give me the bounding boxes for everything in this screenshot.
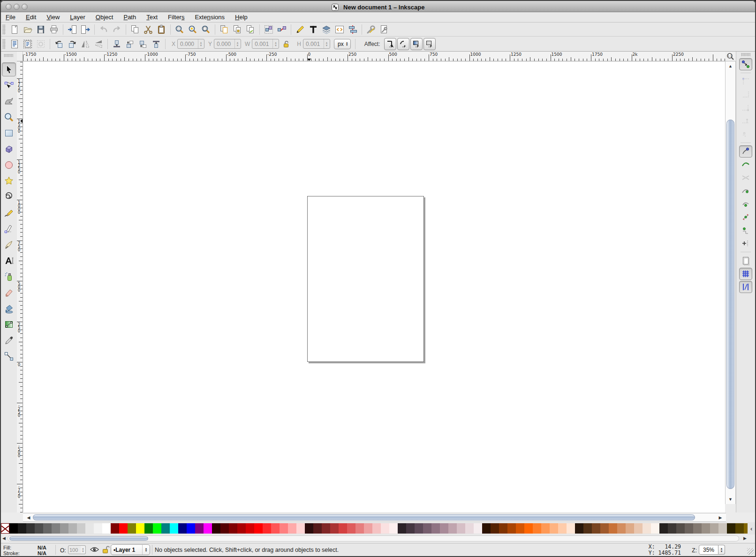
tool-3d-box[interactable] xyxy=(2,142,16,156)
palette-swatch-12[interactable] xyxy=(111,523,119,534)
resize-grip[interactable] xyxy=(747,548,754,555)
palette-swatch-71[interactable] xyxy=(609,523,617,534)
palette-swatch-79[interactable] xyxy=(676,523,685,534)
scale-stroke-toggle[interactable] xyxy=(384,38,396,50)
text-and-font-button[interactable] xyxy=(307,23,319,36)
title-bar[interactable]: New document 1 – Inkscape xyxy=(1,1,755,12)
unit-select[interactable]: px▲▼ xyxy=(334,39,351,49)
palette-swatch-36[interactable] xyxy=(313,523,322,534)
palette-swatch-none[interactable] xyxy=(1,523,9,534)
palette-swatch-64[interactable] xyxy=(550,523,558,534)
palette-swatch-82[interactable] xyxy=(702,523,710,534)
palette-swatch-40[interactable] xyxy=(347,523,355,534)
palette-swatch-31[interactable] xyxy=(271,523,280,534)
raise-one-step-button[interactable] xyxy=(137,38,149,50)
palette-swatch-43[interactable] xyxy=(372,523,381,534)
export-button[interactable] xyxy=(79,23,91,36)
open-document-button[interactable] xyxy=(22,23,34,36)
create-clone-button[interactable] xyxy=(231,23,243,36)
palette-swatch-81[interactable] xyxy=(693,523,702,534)
layer-visibility-eye-icon[interactable] xyxy=(90,545,99,555)
snap-bbox-centers-toggle[interactable] xyxy=(739,128,752,140)
palette-swatch-2[interactable] xyxy=(26,523,35,534)
palette-swatch-3[interactable] xyxy=(35,523,43,534)
cut-button[interactable] xyxy=(142,23,154,36)
palette-swatch-65[interactable] xyxy=(558,523,567,534)
new-document-button[interactable] xyxy=(8,23,21,36)
palette-swatch-56[interactable] xyxy=(482,523,491,534)
snap-nodes-handles-toggle[interactable] xyxy=(739,145,752,158)
palette-swatch-51[interactable] xyxy=(440,523,448,534)
menu-help[interactable]: Help xyxy=(230,13,253,22)
layer-select-arrows[interactable]: ▲▼ xyxy=(142,545,150,555)
menu-view[interactable]: View xyxy=(41,13,65,22)
palette-swatch-17[interactable] xyxy=(153,523,161,534)
palette-swatch-16[interactable] xyxy=(144,523,153,534)
snap-bbox-edge-midpoints-toggle[interactable] xyxy=(739,115,752,127)
zoom-spinner[interactable]: ▲▼ xyxy=(718,545,725,555)
palette-swatch-67[interactable] xyxy=(575,523,583,534)
palette-swatch-44[interactable] xyxy=(381,523,389,534)
unlink-clone-button[interactable] xyxy=(244,23,257,36)
tool-eraser[interactable] xyxy=(2,286,16,300)
tool-spiral[interactable] xyxy=(2,190,16,204)
tool-star[interactable] xyxy=(2,174,16,188)
scroll-right-arrow[interactable]: ▶ xyxy=(718,515,723,520)
palette-swatch-50[interactable] xyxy=(431,523,440,534)
palette-swatch-45[interactable] xyxy=(389,523,398,534)
palette-swatch-7[interactable] xyxy=(68,523,77,534)
fill-and-stroke-button[interactable] xyxy=(294,23,306,36)
zoom-to-drawing-button[interactable] xyxy=(187,23,199,36)
tool-connector[interactable] xyxy=(2,349,16,363)
palette-swatch-83[interactable] xyxy=(710,523,718,534)
opacity-field[interactable] xyxy=(68,545,81,554)
palette-swatch-23[interactable] xyxy=(204,523,212,534)
tool-selector[interactable] xyxy=(2,62,16,76)
select-all-button[interactable] xyxy=(8,38,21,50)
fill-value[interactable]: N/A xyxy=(38,545,46,550)
palette-swatch-47[interactable] xyxy=(406,523,415,534)
duplicate-button[interactable] xyxy=(218,23,230,36)
palette-swatch-46[interactable] xyxy=(398,523,406,534)
palette-swatch-30[interactable] xyxy=(263,523,271,534)
palette-swatch-77[interactable] xyxy=(659,523,668,534)
palette-swatch-60[interactable] xyxy=(516,523,524,534)
ungroup-button[interactable] xyxy=(276,23,288,36)
palette-swatch-19[interactable] xyxy=(170,523,178,534)
palette-swatch-38[interactable] xyxy=(330,523,339,534)
palette-swatch-8[interactable] xyxy=(77,523,85,534)
palette-scroll-left-arrow[interactable]: ◀ xyxy=(2,536,6,541)
zoom-to-page-button[interactable] xyxy=(200,23,212,36)
horizontal-scroll-thumb[interactable] xyxy=(33,514,695,520)
import-button[interactable] xyxy=(66,23,78,36)
tool-spray[interactable] xyxy=(2,270,16,284)
palette-swatch-13[interactable] xyxy=(119,523,128,534)
menu-path[interactable]: Path xyxy=(118,13,141,22)
palette-swatch-9[interactable] xyxy=(85,523,94,534)
palette-swatch-62[interactable] xyxy=(533,523,541,534)
palette-swatch-34[interactable] xyxy=(296,523,305,534)
palette-swatch-6[interactable] xyxy=(60,523,68,534)
snap-cusp-nodes-toggle[interactable] xyxy=(739,185,752,197)
tool-calligraphy[interactable] xyxy=(2,238,16,252)
zoom-to-selection-button[interactable] xyxy=(174,23,186,36)
scale-corners-toggle[interactable] xyxy=(397,38,409,50)
layers-button[interactable] xyxy=(320,23,333,36)
palette-swatch-84[interactable] xyxy=(718,523,727,534)
snap-guides-toggle[interactable] xyxy=(739,281,752,293)
palette-swatch-87[interactable] xyxy=(744,523,748,534)
h-field[interactable]: ▲▼ xyxy=(303,39,330,49)
undo-button[interactable] xyxy=(98,23,110,36)
opacity-spinner[interactable]: ▲▼ xyxy=(81,545,86,554)
layer-select[interactable]: •Layer 1 ▲▼ xyxy=(111,544,150,555)
tool-node-editor[interactable] xyxy=(2,78,16,92)
tool-text[interactable] xyxy=(2,254,16,268)
enable-snapping-toggle[interactable] xyxy=(739,58,752,70)
palette-swatch-55[interactable] xyxy=(474,523,482,534)
tool-zoom[interactable] xyxy=(2,110,16,124)
snap-rotation-centers-toggle[interactable] xyxy=(739,237,752,249)
lower-one-step-button[interactable] xyxy=(124,38,136,50)
palette-scroll-thumb[interactable] xyxy=(9,536,148,541)
palette-swatch-85[interactable] xyxy=(727,523,735,534)
sticky-zoom-toggle[interactable]: 1:1 xyxy=(725,52,736,61)
